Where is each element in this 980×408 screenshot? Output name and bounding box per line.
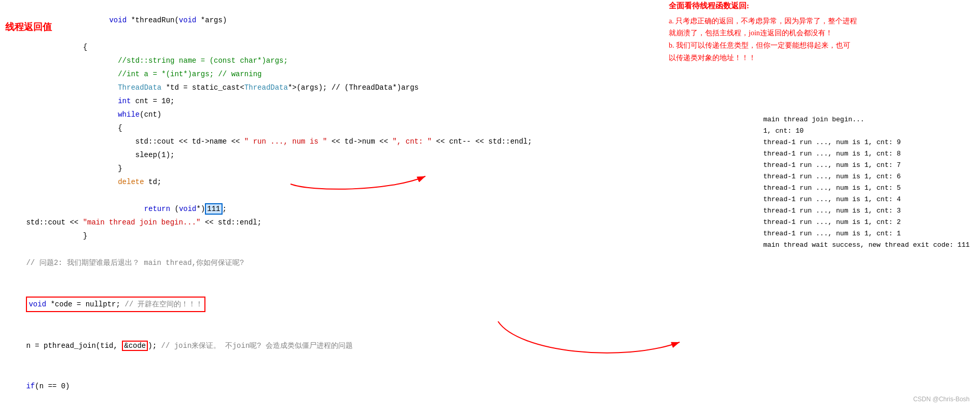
output-line: 1, cnt: 10	[763, 125, 970, 137]
code-line-2: {	[83, 40, 534, 54]
code-line-1: void *threadRun(void *args)	[83, 0, 534, 40]
code-line-8: {	[83, 121, 534, 135]
bottom-line-3: void *code = nullptr; // 开辟在空间的！！！	[0, 283, 451, 326]
annotation-line2: 就崩溃了，包括主线程，join连返回的机会都没有！	[669, 27, 970, 39]
code-line-3: //std::string name = (const char*)args;	[83, 54, 534, 67]
annotation-line1: a. 只考虑正确的返回，不考虑异常，因为异常了，整个进程	[669, 15, 970, 27]
code-line-9: std::cout << td->name << " run ..., num …	[83, 135, 534, 148]
bottom-line-1: std::cout << "main thread join begin..."…	[0, 202, 451, 243]
bottom-line-4: n = pthread_join(tid, &code); // join来保证…	[0, 326, 451, 366]
output-line: thread-1 run ..., num is 1, cnt: 4	[763, 194, 970, 205]
code-line-7: while(cnt)	[83, 108, 534, 121]
bottom-line-2: // 问题2: 我们期望谁最后退出？ main thread,你如何保证呢?	[0, 243, 451, 283]
output-line: thread-1 run ..., num is 1, cnt: 5	[763, 182, 970, 194]
output-line: thread-1 run ..., num is 1, cnt: 3	[763, 205, 970, 217]
code-line-11: }	[83, 162, 534, 175]
output-line: main thread join begin...	[763, 114, 970, 125]
annotation-line3: b. 我们可以传递任意类型，但你一定要能想得起来，也可	[669, 39, 970, 52]
main-container: 线程返回值 void *threadRun(void *args) { //st…	[0, 0, 980, 408]
right-panel: 全面看待线程函数返回: a. 只考虑正确的返回，不考虑异常，因为异常了，整个进程…	[669, 0, 970, 64]
kw-void2: void	[179, 16, 197, 24]
bottom-line-5: if(n == 0)	[0, 366, 451, 406]
output-section: main thread join begin...1, cnt: 10threa…	[763, 114, 970, 251]
bottom-code-section: std::cout << "main thread join begin..."…	[0, 202, 451, 408]
kw-void: void	[109, 16, 127, 24]
output-line: thread-1 run ..., num is 1, cnt: 6	[763, 171, 970, 182]
annotation-line4: 以传递类对象的地址！！！	[669, 52, 970, 64]
code-line-5: ThreadData *td = static_cast<ThreadData*…	[83, 81, 534, 94]
left-label: 线程返回值	[5, 21, 52, 33]
code-line-6: int cnt = 10;	[83, 94, 534, 108]
output-line: main thread wait success, new thread exi…	[763, 240, 970, 251]
output-line: thread-1 run ..., num is 1, cnt: 7	[763, 160, 970, 171]
output-line: thread-1 run ..., num is 1, cnt: 9	[763, 137, 970, 148]
red-box-ampcode: &code	[122, 341, 148, 351]
code-line-10: sleep(1);	[83, 148, 534, 162]
output-line: thread-1 run ..., num is 1, cnt: 1	[763, 228, 970, 240]
code-line-12: delete td;	[83, 175, 534, 189]
annotation-body: a. 只考虑正确的返回，不考虑异常，因为异常了，整个进程 就崩溃了，包括主线程，…	[669, 15, 970, 64]
red-box-void-code: void *code = nullptr; // 开辟在空间的！！！	[26, 297, 205, 312]
annotation-title: 全面看待线程函数返回:	[669, 0, 970, 12]
csdn-watermark: CSDN @Chris-Bosh	[913, 396, 970, 403]
output-line: thread-1 run ..., num is 1, cnt: 2	[763, 217, 970, 228]
output-line: thread-1 run ..., num is 1, cnt: 8	[763, 148, 970, 160]
code-line-4: //int a = *(int*)args; // warning	[83, 67, 534, 81]
